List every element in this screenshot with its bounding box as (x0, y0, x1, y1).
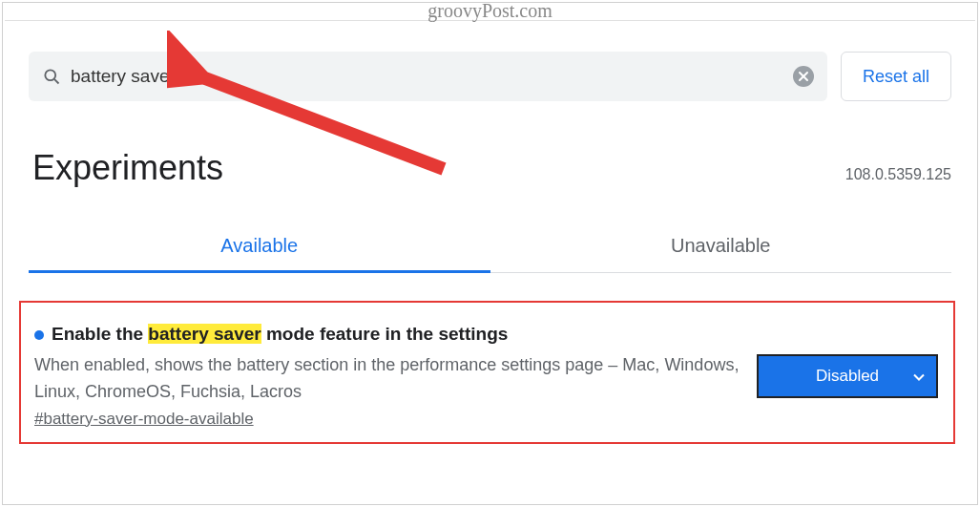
tabs: Available Unavailable (29, 220, 951, 273)
flag-item: Enable the battery saver mode feature in… (19, 301, 955, 444)
chevron-down-icon (913, 367, 925, 386)
search-input[interactable] (71, 52, 783, 101)
version-label: 108.0.5359.125 (845, 166, 951, 183)
flag-id-link[interactable]: #battery-saver-mode-available (34, 410, 741, 429)
tab-available[interactable]: Available (29, 220, 490, 272)
svg-point-0 (45, 70, 55, 80)
flag-title-suffix: mode feature in the settings (261, 324, 509, 344)
flag-description: When enabled, shows the battery section … (34, 352, 741, 406)
flag-title-prefix: Enable the (52, 324, 148, 344)
page-title: Experiments (32, 148, 845, 188)
dropdown-value: Disabled (816, 367, 879, 386)
flag-title: Enable the battery saver mode feature in… (34, 324, 741, 345)
search-box[interactable] (29, 52, 827, 101)
search-icon (42, 67, 61, 86)
title-row: Experiments 108.0.5359.125 (32, 148, 951, 188)
clear-search-button[interactable] (793, 66, 814, 87)
header-row: Reset all (29, 52, 951, 101)
flag-content: Enable the battery saver mode feature in… (34, 324, 741, 429)
flag-state-dropdown[interactable]: Disabled (757, 354, 938, 398)
top-divider (5, 5, 975, 21)
svg-line-1 (54, 79, 59, 84)
flag-title-highlight: battery saver (148, 324, 261, 344)
tab-unavailable[interactable]: Unavailable (490, 220, 952, 272)
reset-all-button[interactable]: Reset all (841, 52, 951, 101)
modified-indicator-icon (34, 330, 44, 340)
